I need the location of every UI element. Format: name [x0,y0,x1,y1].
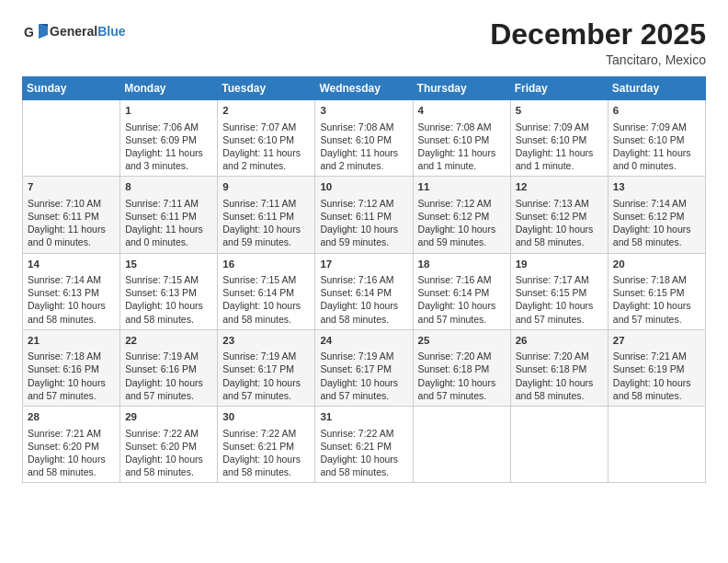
calendar-cell: 13Sunrise: 7:14 AMSunset: 6:12 PMDayligh… [608,177,705,253]
calendar-cell: 25Sunrise: 7:20 AMSunset: 6:18 PMDayligh… [413,329,510,406]
day-number: 25 [418,334,506,349]
day-info: Sunrise: 7:10 AM [28,197,115,210]
calendar-cell: 19Sunrise: 7:17 AMSunset: 6:15 PMDayligh… [510,253,608,329]
day-info: Sunrise: 7:20 AM [418,350,506,362]
day-info: and 57 minutes. [418,389,506,402]
svg-text:G: G [24,25,34,40]
day-info: Sunrise: 7:14 AM [28,273,115,286]
day-info: Daylight: 10 hours [320,376,407,389]
day-info: Daylight: 10 hours [613,223,700,236]
day-info: Sunset: 6:14 PM [418,286,506,299]
title-block: December 2025 Tancitaro, Mexico [490,18,706,67]
calendar-cell: 27Sunrise: 7:21 AMSunset: 6:19 PMDayligh… [608,329,705,406]
calendar-week-row: 14Sunrise: 7:14 AMSunset: 6:13 PMDayligh… [23,253,706,329]
day-info: Daylight: 10 hours [418,376,506,389]
day-number: 2 [222,104,310,119]
day-number: 22 [125,334,212,349]
calendar-week-row: 7Sunrise: 7:10 AMSunset: 6:11 PMDaylight… [23,177,706,253]
day-info: Sunrise: 7:16 AM [418,273,506,286]
calendar-cell [23,100,120,177]
calendar-cell [510,407,608,483]
calendar-week-row: 21Sunrise: 7:18 AMSunset: 6:16 PMDayligh… [23,329,706,406]
logo-blue: Blue [97,24,125,39]
day-info: Daylight: 11 hours [418,146,506,159]
logo-general: General [50,24,97,39]
day-info: Daylight: 10 hours [28,299,115,312]
day-number: 8 [125,180,212,195]
day-info: Daylight: 10 hours [28,453,115,465]
day-info: and 57 minutes. [613,313,700,326]
day-info: Sunrise: 7:11 AM [222,197,310,210]
day-info: Daylight: 10 hours [516,299,603,312]
day-info: Daylight: 10 hours [125,299,212,312]
day-info: Daylight: 10 hours [418,299,506,312]
day-info: and 59 minutes. [320,236,407,248]
calendar-cell: 14Sunrise: 7:14 AMSunset: 6:13 PMDayligh… [23,253,120,329]
day-number: 6 [613,104,700,119]
day-info: Sunrise: 7:22 AM [320,427,407,440]
month-title: December 2025 [490,18,706,51]
weekday-header-monday: Monday [120,77,218,100]
day-info: Daylight: 11 hours [28,223,115,236]
day-info: Daylight: 11 hours [125,223,212,236]
calendar-page: G GeneralBlue December 2025 Tancitaro, M… [0,0,728,563]
calendar-cell: 28Sunrise: 7:21 AMSunset: 6:20 PMDayligh… [23,407,120,483]
day-info: Sunset: 6:14 PM [320,286,407,299]
day-number: 26 [516,334,603,349]
weekday-header-friday: Friday [510,77,608,100]
calendar-cell: 16Sunrise: 7:15 AMSunset: 6:14 PMDayligh… [218,253,315,329]
day-number: 27 [613,334,700,349]
calendar-cell: 23Sunrise: 7:19 AMSunset: 6:17 PMDayligh… [218,329,315,406]
logo-icon: G [22,18,48,44]
day-number: 1 [125,104,212,119]
calendar-week-row: 1Sunrise: 7:06 AMSunset: 6:09 PMDaylight… [23,100,706,177]
day-info: Sunset: 6:20 PM [125,440,212,453]
day-info: and 58 minutes. [613,389,700,402]
day-info: Daylight: 10 hours [222,376,310,389]
calendar-cell: 18Sunrise: 7:16 AMSunset: 6:14 PMDayligh… [413,253,510,329]
day-info: and 58 minutes. [125,313,212,326]
weekday-header-thursday: Thursday [413,77,510,100]
day-info: and 58 minutes. [516,389,603,402]
day-info: Daylight: 10 hours [320,299,407,312]
day-info: and 57 minutes. [125,389,212,402]
day-number: 12 [516,180,603,195]
day-info: Sunset: 6:10 PM [516,133,603,146]
day-number: 14 [28,258,115,272]
calendar-cell [413,407,510,483]
day-info: Daylight: 10 hours [320,223,407,236]
day-info: Daylight: 10 hours [516,376,603,389]
day-info: and 1 minute. [418,159,506,172]
day-number: 30 [222,410,310,425]
day-info: Daylight: 11 hours [516,146,603,159]
day-info: and 57 minutes. [320,389,407,402]
weekday-header-tuesday: Tuesday [218,77,315,100]
day-info: Sunset: 6:16 PM [125,362,212,375]
day-number: 31 [320,410,407,425]
day-info: Sunset: 6:11 PM [222,210,310,223]
day-number: 19 [516,258,603,272]
day-info: Sunrise: 7:08 AM [320,121,407,133]
day-info: and 57 minutes. [28,389,115,402]
day-info: Sunrise: 7:09 AM [516,121,603,133]
calendar-cell: 4Sunrise: 7:08 AMSunset: 6:10 PMDaylight… [413,100,510,177]
day-info: Sunrise: 7:22 AM [222,427,310,440]
logo: G GeneralBlue [22,18,125,44]
calendar-cell: 8Sunrise: 7:11 AMSunset: 6:11 PMDaylight… [120,177,218,253]
day-info: Sunset: 6:12 PM [613,210,700,223]
calendar-cell: 30Sunrise: 7:22 AMSunset: 6:21 PMDayligh… [218,407,315,483]
day-info: Sunset: 6:17 PM [222,362,310,375]
calendar-cell: 2Sunrise: 7:07 AMSunset: 6:10 PMDaylight… [218,100,315,177]
day-info: and 0 minutes. [28,236,115,248]
day-info: and 2 minutes. [320,159,407,172]
day-info: Sunrise: 7:11 AM [125,197,212,210]
calendar-cell: 31Sunrise: 7:22 AMSunset: 6:21 PMDayligh… [315,407,413,483]
day-info: Sunrise: 7:16 AM [320,273,407,286]
calendar-cell [608,407,705,483]
day-number: 23 [222,334,310,349]
calendar-cell: 10Sunrise: 7:12 AMSunset: 6:11 PMDayligh… [315,177,413,253]
weekday-header-sunday: Sunday [23,77,120,100]
day-info: Daylight: 11 hours [222,146,310,159]
day-info: Daylight: 11 hours [613,146,700,159]
day-info: and 58 minutes. [613,236,700,248]
